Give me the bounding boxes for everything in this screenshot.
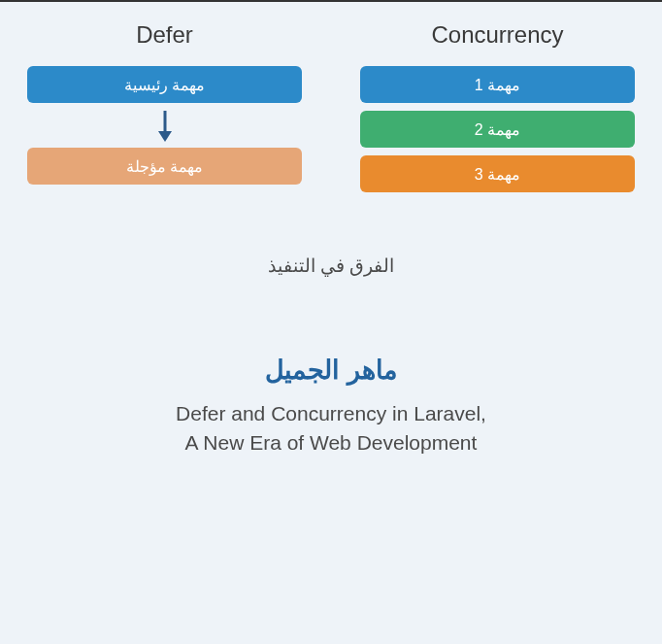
author-name: ماهر الجميل	[27, 355, 635, 386]
columns-wrapper: Defer مهمة رئيسية مهمة مؤجلة Concurrency…	[27, 21, 635, 200]
difference-label: الفرق في التنفيذ	[27, 254, 635, 277]
concurrency-task-2: مهمة 2	[360, 111, 635, 148]
subtitle-line-1: Defer and Concurrency in Laravel,	[176, 402, 486, 424]
defer-deferred-task: مهمة مؤجلة	[27, 148, 302, 185]
defer-title: Defer	[136, 21, 193, 49]
defer-main-task: مهمة رئيسية	[27, 66, 302, 103]
subtitle-line-2: A New Era of Web Development	[185, 431, 478, 454]
arrow-down-icon	[27, 109, 302, 144]
concurrency-task-3: مهمة 3	[360, 155, 635, 192]
concurrency-title: Concurrency	[431, 21, 563, 49]
concurrency-column: Concurrency مهمة 1 مهمة 2 مهمة 3	[360, 21, 635, 200]
defer-column: Defer مهمة رئيسية مهمة مؤجلة	[27, 21, 302, 200]
svg-marker-1	[158, 131, 172, 142]
diagram-container: Defer مهمة رئيسية مهمة مؤجلة Concurrency…	[0, 0, 662, 644]
subtitle: Defer and Concurrency in Laravel, A New …	[27, 399, 635, 458]
concurrency-task-1: مهمة 1	[360, 66, 635, 103]
